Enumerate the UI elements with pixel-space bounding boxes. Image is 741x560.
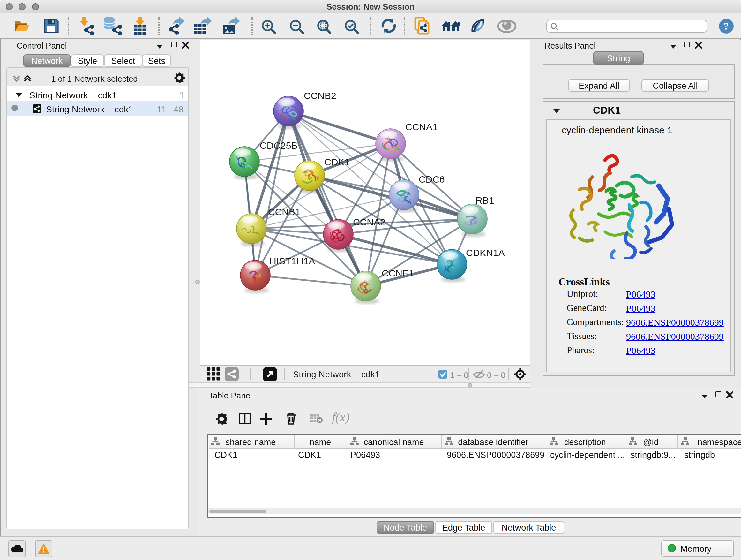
svg-text:CDK1: CDK1 [324,157,350,167]
svg-text:CCNA2: CCNA2 [353,217,386,227]
svg-text:CCNA1: CCNA1 [405,122,438,132]
svg-text:RB1: RB1 [475,195,494,206]
svg-text:?: ? [724,20,729,32]
svg-text:CCNB2: CCNB2 [304,90,336,101]
svg-text:CCNE1: CCNE1 [382,268,414,278]
svg-text:CCNB1: CCNB1 [268,206,300,217]
svg-text:CDC25B: CDC25B [260,140,297,151]
svg-text:CDC6: CDC6 [419,174,445,185]
svg-text:CDKN1A: CDKN1A [466,247,505,258]
svg-text:HIST1H1A: HIST1H1A [269,256,315,266]
